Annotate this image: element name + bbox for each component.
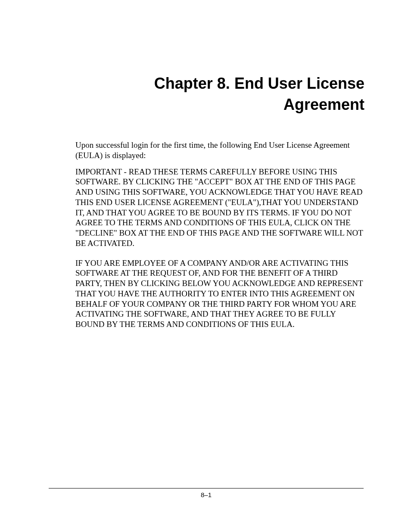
chapter-title: Chapter 8. End User License Agreement (75, 73, 364, 115)
page-footer: 8–1 (49, 488, 364, 498)
eula-paragraph-1: IMPORTANT - READ THESE TERMS CAREFULLY B… (75, 167, 364, 249)
footer-divider (49, 488, 364, 488)
intro-paragraph: Upon successful login for the first time… (75, 140, 364, 161)
eula-paragraph-2: IF YOU ARE EMPLOYEE OF A COMPANY AND/OR … (75, 258, 364, 330)
page-number: 8–1 (49, 491, 364, 498)
page-content: Chapter 8. End User License Agreement Up… (0, 0, 411, 330)
